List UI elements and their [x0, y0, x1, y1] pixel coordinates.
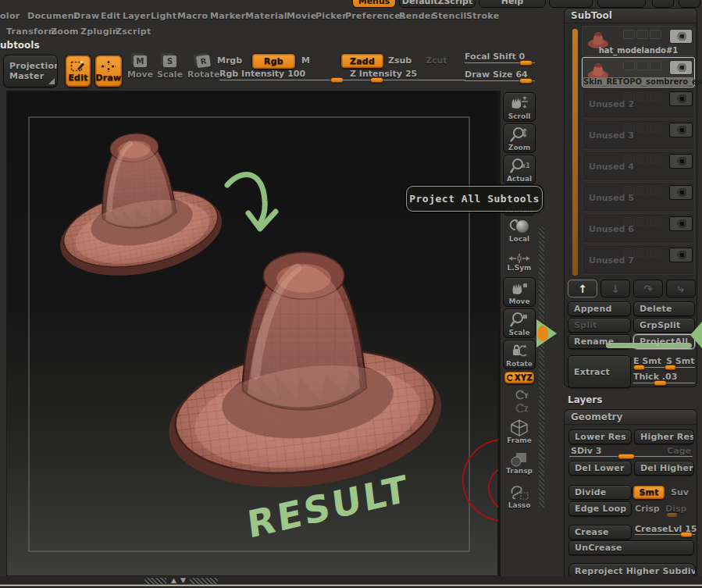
menu-zoom[interactable]: Zoom [51, 27, 79, 37]
menu-document[interactable]: Document [27, 11, 78, 21]
smt-toggle[interactable]: Smt [633, 485, 665, 500]
canvas-scrollbar[interactable] [498, 91, 501, 576]
mrgb-toggle[interactable]: Mrgb [217, 55, 242, 66]
s-smt-handle[interactable] [665, 365, 676, 370]
delete-button[interactable]: Delete [633, 301, 695, 316]
visibility-eye-icon[interactable] [669, 123, 693, 137]
extract-button[interactable]: Extract [568, 355, 631, 388]
m-toggle[interactable]: M [301, 55, 310, 66]
z-intensity-slider[interactable]: Z Intensity 25 [340, 69, 465, 83]
smooth-sliders[interactable]: E Smt S Smt [633, 356, 695, 370]
tray-collapse-up-icon[interactable]: ▲ [171, 576, 176, 584]
del-lower-button[interactable]: Del Lower [568, 461, 632, 476]
suv-toggle[interactable]: Suv [671, 487, 689, 497]
edit-button[interactable]: Edit [65, 55, 91, 87]
move-button[interactable]: M Move [127, 55, 153, 80]
lower-res-button[interactable]: Lower Res [568, 429, 632, 444]
menu-transform[interactable]: Transform [6, 27, 57, 37]
nav-arrows-button[interactable] [549, 0, 593, 8]
slider-handle[interactable] [370, 77, 383, 83]
draw-size-slider[interactable]: Draw Size 64 [465, 69, 535, 84]
panel-resize-handle[interactable] [539, 226, 544, 508]
subtool-move-up-button[interactable]: ↑ [568, 280, 597, 298]
projection-master-button[interactable]: Projection Master [3, 55, 58, 87]
rotz-toggle[interactable]: Z [503, 402, 536, 414]
subtool-item-unused[interactable]: Unused 7 [582, 244, 695, 275]
bottom-tray-edge[interactable] [0, 584, 702, 586]
zoom-tool-button[interactable]: Zoom [503, 123, 536, 153]
zsub-toggle[interactable]: Zsub [388, 55, 412, 66]
rotate-view-button[interactable]: Rotate [503, 340, 536, 369]
rotate-button[interactable]: R Rotate [187, 55, 219, 80]
visibility-eye-icon[interactable] [669, 216, 693, 231]
tray-collapse-down-icon[interactable]: ▼ [180, 576, 186, 584]
focal-shift-slider[interactable]: Focal Shift 0 [465, 52, 535, 66]
default-zscript-button[interactable]: DefaultZScript [399, 0, 476, 8]
scale-button[interactable]: S Scale [157, 55, 183, 80]
visibility-eye-icon[interactable] [669, 60, 693, 75]
help-button[interactable]: Help [479, 0, 546, 8]
layers-section-header[interactable]: Layers [568, 394, 602, 405]
disp-mini-handle[interactable] [667, 513, 677, 517]
scroll-tool-button[interactable]: Scroll [503, 92, 536, 122]
menu-macro[interactable]: Macro [177, 11, 208, 21]
move-view-button[interactable]: Move [503, 277, 536, 307]
subtool-item-unused[interactable]: Unused 4 [582, 151, 695, 181]
subtool-item-unused[interactable]: Unused 5 [582, 182, 695, 212]
subtool-panel-header[interactable]: SubTool [565, 9, 697, 23]
visibility-eye-icon[interactable] [669, 248, 693, 262]
menu-light[interactable]: Light [151, 11, 176, 21]
transp-toggle[interactable]: Transp [503, 451, 536, 475]
local-toggle[interactable]: Local [503, 219, 536, 243]
menu-draw[interactable]: Draw [73, 11, 99, 21]
menu-color[interactable]: olor [0, 11, 20, 21]
subtool-move-out-button[interactable]: ↷ [633, 280, 663, 298]
thick-handle[interactable] [654, 380, 667, 386]
grpsplit-button[interactable]: GrpSplit [633, 318, 695, 333]
crease-lvl-handle[interactable] [680, 532, 693, 537]
menu-preferences[interactable]: Preferences [345, 11, 406, 21]
sdiv-slider[interactable]: SDiv 3 Cage [569, 446, 693, 459]
del-higher-button[interactable]: Del Higher [634, 461, 694, 476]
subtool-item-unused[interactable]: Unused 6 [582, 213, 695, 244]
split-button[interactable]: Split [568, 318, 631, 333]
frame-toggle[interactable]: Frame [503, 419, 536, 444]
menu-zscript[interactable]: Zscript [116, 27, 151, 37]
subtool-move-down-button[interactable]: ↓ [600, 280, 630, 298]
menu-edit[interactable]: Edit [101, 11, 121, 21]
lasso-toggle[interactable]: Lasso [503, 484, 536, 509]
visibility-eye-icon[interactable] [669, 29, 693, 44]
lsym-toggle[interactable]: L.Sym [503, 253, 536, 272]
visibility-eye-icon[interactable] [669, 91, 693, 106]
subtool-item-unused[interactable]: Unused 3 [582, 119, 695, 150]
layer-toggle-button[interactable] [679, 0, 700, 8]
rgb-toggle[interactable]: Rgb [251, 53, 296, 69]
sxyz-toggle[interactable]: XYZ [504, 371, 535, 384]
crease-button[interactable]: Crease [568, 525, 632, 540]
append-button[interactable]: Append [568, 301, 631, 316]
edge-loop-button[interactable]: Edge Loop [568, 501, 632, 516]
menu-zplugin[interactable]: Zplugin [80, 27, 119, 37]
visibility-eye-icon[interactable] [669, 185, 693, 200]
subtool-move-in-button[interactable]: ⤷ [666, 280, 696, 298]
menu-movie[interactable]: Movie [287, 11, 316, 21]
document-canvas[interactable]: RESULT [6, 91, 498, 576]
e-smt-handle[interactable] [633, 365, 645, 370]
menu-render[interactable]: Render [399, 11, 435, 21]
divide-button[interactable]: Divide [568, 485, 632, 500]
cage-toggle[interactable]: Cage [667, 446, 691, 456]
menu-picker[interactable]: Picker [315, 11, 347, 21]
menu-stroke[interactable]: Stroke [466, 11, 499, 21]
menu-layer[interactable]: Layer [123, 11, 151, 21]
slider-handle[interactable] [519, 60, 533, 66]
menu-material[interactable]: Material [245, 11, 287, 21]
rgb-intensity-slider[interactable]: Rgb Intensity 100 [219, 69, 348, 83]
subtool-item-unused[interactable]: Unused 2 [582, 88, 695, 119]
subtool-item-hat-modelando[interactable]: hat_modelando#1 [582, 26, 695, 56]
zadd-toggle[interactable]: Zadd [340, 53, 384, 69]
subtool-scrollbar[interactable] [572, 29, 578, 276]
thick-slider[interactable]: Thick .03 [633, 372, 695, 386]
sdiv-handle[interactable] [618, 454, 635, 459]
roty-toggle[interactable]: Y [503, 389, 536, 401]
zcut-toggle[interactable]: Zcut [426, 55, 447, 66]
